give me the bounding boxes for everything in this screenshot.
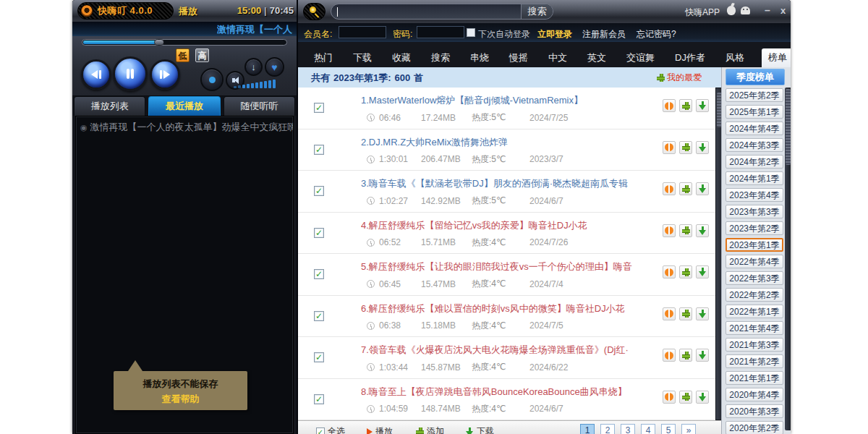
nav-tab-5[interactable]: 慢摇 xyxy=(506,48,531,67)
apple-icon[interactable] xyxy=(727,6,736,15)
top-search-bar[interactable]: 搜索 快嗨APP – x xyxy=(298,0,791,23)
audition-button[interactable] xyxy=(663,349,676,362)
sidebar-item-2[interactable]: 2024年第4季 xyxy=(726,122,783,135)
search-mode-button[interactable] xyxy=(303,3,326,20)
seek-bar[interactable] xyxy=(82,39,287,46)
add-song-button[interactable] xyxy=(679,224,692,237)
sidebar-item-6[interactable]: 2023年第4季 xyxy=(726,188,783,202)
page-button-2[interactable]: 2 xyxy=(600,424,615,434)
add-song-button[interactable] xyxy=(679,391,692,404)
select-all-control[interactable]: ✓ 全选 xyxy=(316,425,345,434)
sidebar-item-3[interactable]: 2024年第3季 xyxy=(726,138,783,152)
sidebar-item-4[interactable]: 2024年第2季 xyxy=(726,155,783,169)
nav-tab-1[interactable]: 下载 xyxy=(350,48,375,67)
page-button-3[interactable]: 3 xyxy=(621,424,635,434)
app-store-label[interactable]: 快嗨APP xyxy=(685,7,720,19)
nav-tab-0[interactable]: 热门 xyxy=(311,48,336,67)
page-button-5[interactable]: 5 xyxy=(661,424,676,434)
add-song-button[interactable] xyxy=(679,182,692,195)
sidebar-item-18[interactable]: 2020年第4季 xyxy=(726,388,783,401)
sidebar-item-15[interactable]: 2021年第3季 xyxy=(726,338,783,352)
download-song-button[interactable] xyxy=(696,224,709,237)
nav-tab-2[interactable]: 收藏 xyxy=(389,48,414,67)
audition-button[interactable] xyxy=(663,224,676,237)
song-checkbox[interactable]: ✓ xyxy=(314,352,324,362)
sidebar-item-1[interactable]: 2025年第1季 xyxy=(726,105,783,119)
audition-button[interactable] xyxy=(663,265,676,278)
view-help-link[interactable]: 查看帮助 xyxy=(114,393,247,406)
audition-button[interactable] xyxy=(663,307,676,320)
song-title[interactable]: 5.解压舒缓纯乐【让我的眼泪陪我过夜vs一千个伤心的理由】嗨音 xyxy=(361,260,632,273)
favorite-button[interactable]: ♥ xyxy=(265,57,284,77)
register-link[interactable]: 注册新会员 xyxy=(582,28,626,41)
nav-tab-4[interactable]: 串烧 xyxy=(467,48,492,67)
pause-button[interactable] xyxy=(113,56,148,91)
download-song-button[interactable] xyxy=(696,349,709,362)
download-song-button[interactable] xyxy=(696,99,709,112)
song-title[interactable]: 2.DJ.MR.Z大帅ReMix激情舞池炸弹 xyxy=(361,136,508,149)
song-checkbox[interactable]: ✓ xyxy=(314,394,324,404)
song-title[interactable]: 8.嗨音至上【夜店弹跳电音韩风BounceKoreaBounce曲风串烧】 xyxy=(361,386,627,399)
nav-tab-6[interactable]: 中文 xyxy=(545,48,570,67)
sidebar-item-5[interactable]: 2024年第1季 xyxy=(726,171,783,185)
sidebar-item-13[interactable]: 2022年第1季 xyxy=(726,305,783,318)
download-song-button[interactable] xyxy=(696,182,709,195)
sidebar-item-7[interactable]: 2023年第3季 xyxy=(726,205,783,218)
sidebar-item-17[interactable]: 2021年第1季 xyxy=(726,371,783,385)
song-title[interactable]: 6.解压舒缓纯乐【难以置信的时刻vs风中的微笑】嗨音社DJ小花 xyxy=(361,302,625,315)
forgot-password-link[interactable]: 忘记密码? xyxy=(637,28,676,41)
sidebar-item-20[interactable]: 2020年第2季 xyxy=(726,421,783,434)
add-song-button[interactable] xyxy=(679,99,692,112)
add-song-button[interactable] xyxy=(679,141,692,154)
quality-low-button[interactable]: 低 xyxy=(176,48,190,62)
page-button-4[interactable]: 4 xyxy=(641,424,655,434)
play-selected-button[interactable]: 播放 xyxy=(367,425,393,434)
volume-bars[interactable] xyxy=(234,78,286,88)
song-checkbox[interactable]: ✓ xyxy=(314,186,324,196)
sidebar-item-14[interactable]: 2021年第4季 xyxy=(726,321,783,335)
add-song-button[interactable] xyxy=(679,307,692,320)
sidebar-item-19[interactable]: 2020年第3季 xyxy=(726,404,783,418)
quality-high-button[interactable]: 高 xyxy=(195,48,209,62)
song-title[interactable]: 7.领音车载《火爆夜店沈风大电火花嗨爆全场弹跳重低音》(Dj红· xyxy=(361,344,629,357)
song-checkbox[interactable]: ✓ xyxy=(314,145,324,155)
nav-tab-8[interactable]: 交谊舞 xyxy=(624,48,658,67)
sidebar-item-10[interactable]: 2022年第4季 xyxy=(726,255,783,268)
player-titlebar[interactable]: 快嗨叮 4.0.0 播放 15:00|70:45 xyxy=(72,0,297,22)
sidebar-item-8[interactable]: 2023年第2季 xyxy=(726,221,783,235)
previous-button[interactable] xyxy=(81,59,111,90)
page-button-1[interactable]: 1 xyxy=(580,424,595,434)
select-all-checkbox[interactable]: ✓ xyxy=(316,427,325,434)
nav-tab-11[interactable]: 榜单 xyxy=(762,48,791,67)
search-button[interactable]: 搜索 xyxy=(521,4,553,19)
song-checkbox[interactable]: ✓ xyxy=(314,311,324,321)
recent-song-item[interactable]: ◉激情再现【一个人的夜太孤单】劲爆全中文疯狂嗨串 xyxy=(76,116,293,138)
download-selected-button[interactable]: 下载 xyxy=(466,425,494,434)
song-title[interactable]: 3.嗨音车载《【默涵老歌带DJ】朋友的酒倒满·晓杰晓超南瓜专辑 xyxy=(361,177,628,190)
song-checkbox[interactable]: ✓ xyxy=(314,228,324,238)
sidebar-scrollbar[interactable] xyxy=(785,88,791,430)
song-checkbox[interactable]: ✓ xyxy=(314,269,324,279)
seek-knob[interactable] xyxy=(154,39,164,46)
my-favorites-button[interactable]: 我的最爱 xyxy=(657,72,702,84)
nav-tab-9[interactable]: DJ作者 xyxy=(672,48,708,67)
song-checkbox[interactable]: ✓ xyxy=(314,103,324,113)
username-field[interactable] xyxy=(339,26,386,38)
close-button[interactable]: x xyxy=(780,5,786,16)
password-field[interactable] xyxy=(417,26,464,38)
playlist-tab-2[interactable]: 随便听听 xyxy=(224,96,295,116)
audition-button[interactable] xyxy=(663,99,676,112)
page-button-»[interactable]: » xyxy=(681,424,696,434)
sidebar-item-0[interactable]: 2025年第2季 xyxy=(726,88,783,102)
playlist-tab-0[interactable]: 播放列表 xyxy=(74,96,145,116)
nav-tab-3[interactable]: 搜索 xyxy=(428,48,453,67)
android-icon[interactable] xyxy=(741,7,750,14)
download-song-button[interactable]: ↓ xyxy=(244,58,263,76)
song-title[interactable]: 4.解压舒缓纯乐【留给记忆vs我的亲爱】嗨音社DJ小花 xyxy=(361,219,587,232)
sidebar-item-11[interactable]: 2022年第3季 xyxy=(726,271,783,285)
playlist-tab-1[interactable]: 最近播放 xyxy=(148,96,220,116)
sidebar-item-9[interactable]: 2023年第1季 xyxy=(726,238,783,252)
audition-button[interactable] xyxy=(663,391,676,404)
download-song-button[interactable] xyxy=(696,307,709,320)
add-song-button[interactable] xyxy=(679,265,692,278)
